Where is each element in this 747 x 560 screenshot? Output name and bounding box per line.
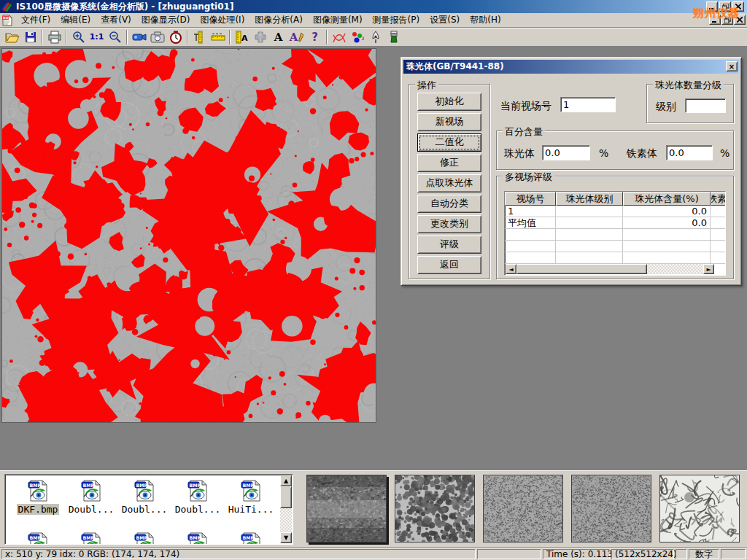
menu-item[interactable]: 编辑(E)	[55, 12, 96, 28]
ferrite-input[interactable]: 0.0	[666, 145, 713, 160]
menu-item[interactable]: 图像测量(M)	[308, 12, 368, 28]
dialog-close-button[interactable]: ×	[726, 61, 738, 71]
point-pick-button[interactable]	[366, 28, 384, 46]
menu-item[interactable]: 图像处理(I)	[195, 12, 249, 28]
file-name: Doubl...	[120, 504, 169, 515]
op-button[interactable]: 返回	[417, 256, 481, 274]
curve-analysis-button[interactable]	[330, 28, 348, 46]
table-horizontal-scrollbar[interactable]: ◄ ►	[506, 264, 714, 274]
table-cell	[711, 229, 726, 240]
sample-thumbnail[interactable]	[306, 475, 387, 542]
menu-item[interactable]: 图像显示(D)	[136, 12, 196, 28]
document-system-icon[interactable]: DOC	[1, 15, 13, 26]
table-header-cell[interactable]: 铁素体含量(%)	[711, 192, 726, 206]
capture-camera-button[interactable]	[148, 28, 166, 46]
table-header-cell[interactable]: 视场号	[505, 192, 556, 206]
file-item[interactable]: BMP	[225, 532, 276, 545]
bmp-file-icon: BMP	[133, 532, 156, 545]
svg-text:3: 3	[361, 36, 364, 41]
svg-text:BMP: BMP	[190, 535, 201, 540]
file-scrollbar-thumb[interactable]	[280, 486, 292, 508]
particle-classify-button[interactable]: 3	[348, 28, 366, 46]
table-cell	[556, 206, 623, 217]
menu-item[interactable]: 测量报告(P)	[368, 12, 425, 28]
grade-level-input[interactable]	[685, 98, 726, 113]
file-scrollbar[interactable]: ▲ ▼	[280, 475, 292, 543]
file-name: Doubl...	[174, 504, 222, 515]
open-file-button[interactable]	[3, 28, 21, 46]
grade-level-label: 级别	[656, 101, 676, 114]
op-button[interactable]: 点取珠光体	[417, 174, 481, 192]
file-item[interactable]: BMP	[66, 532, 117, 545]
current-field-input[interactable]: 1	[560, 97, 616, 112]
toolbar-separator	[66, 30, 67, 44]
file-item[interactable]: BMP Doubl...	[172, 479, 223, 515]
sample-thumbnail[interactable]	[571, 475, 651, 542]
file-item[interactable]: BMP	[12, 532, 63, 545]
sample-thumbnail[interactable]	[483, 475, 563, 542]
brush-fill-button[interactable]	[384, 28, 403, 46]
styled-text-glyph: A	[290, 31, 298, 44]
svg-text:BMP: BMP	[136, 535, 148, 540]
table-row[interactable]: 平均值0.0	[505, 217, 725, 229]
file-item[interactable]: BMP	[119, 532, 170, 545]
table-cell	[711, 206, 726, 217]
pearlite-input[interactable]: 0.0	[542, 145, 590, 160]
menu-item[interactable]: 帮助(H)	[465, 12, 506, 28]
toolbar-separator	[187, 30, 188, 44]
scroll-left-icon[interactable]: ◄	[506, 264, 516, 274]
op-button[interactable]: 修正	[417, 154, 481, 172]
measure-annotate-button[interactable]: A	[233, 28, 251, 46]
file-item[interactable]: BMP Doubl...	[119, 479, 170, 515]
table-cell	[556, 241, 623, 252]
help-button[interactable]: ?	[306, 28, 324, 46]
op-button[interactable]: 二值化	[417, 133, 481, 152]
menu-item[interactable]: 文件(F)	[16, 12, 55, 28]
file-item[interactable]: BMP	[172, 532, 223, 545]
scroll-right-icon[interactable]: ►	[703, 264, 714, 274]
sample-thumbnail[interactable]	[395, 475, 475, 542]
scroll-down-icon[interactable]: ▼	[280, 532, 292, 543]
grid-overlay-button[interactable]	[251, 28, 269, 46]
table-row[interactable]: 10.0	[505, 206, 725, 217]
op-button[interactable]: 新视场	[417, 113, 481, 131]
file-item[interactable]: BMP HuiTi...	[225, 479, 276, 515]
toolbar-separator	[126, 30, 128, 44]
ferrite-label: 铁素体	[627, 147, 657, 160]
table-header-cell[interactable]: 珠光体含量(%)	[623, 192, 711, 206]
text-tool-button[interactable]: A	[269, 28, 287, 46]
pencil-icon	[298, 32, 303, 42]
table-header-cell[interactable]: 珠光体级别	[556, 192, 623, 206]
menu-item[interactable]: 设置(S)	[425, 12, 465, 28]
caliper-measure-button[interactable]	[190, 28, 209, 46]
op-button[interactable]: 初始化	[417, 93, 481, 111]
save-button[interactable]	[21, 28, 39, 46]
file-item[interactable]: BMP Doubl...	[66, 479, 117, 515]
svg-text:BMP: BMP	[243, 535, 255, 540]
table-cell	[505, 241, 556, 252]
menu-item[interactable]: 查看(V)	[96, 12, 136, 28]
op-button[interactable]: 评级	[417, 236, 481, 254]
zoom-out-button[interactable]	[106, 28, 124, 46]
file-item[interactable]: BMP DKF.bmp	[12, 479, 63, 515]
micrograph-image[interactable]	[1, 48, 376, 423]
scroll-up-icon[interactable]: ▲	[280, 475, 292, 486]
table-row	[505, 229, 725, 241]
menu-item[interactable]: 图像分析(A)	[249, 12, 308, 28]
print-button[interactable]	[45, 28, 63, 46]
op-button[interactable]: 更改类别	[417, 215, 481, 233]
scrollbar-thumb[interactable]	[516, 264, 647, 274]
ruler-measure-button[interactable]	[209, 28, 227, 46]
sample-thumbnail[interactable]	[659, 475, 740, 542]
dialog-title-bar[interactable]: 珠光体(GB/T9441-88) ×	[403, 60, 739, 74]
timer-clock-button[interactable]	[166, 28, 185, 46]
mode-status: 数字	[689, 549, 719, 559]
zoom-in-button[interactable]	[69, 28, 88, 46]
status-spacer	[477, 549, 541, 559]
video-camera-button[interactable]	[130, 28, 148, 46]
actual-size-button[interactable]: 1:1	[88, 28, 106, 46]
grade-group: 珠光体数量分级 级别	[646, 84, 734, 123]
styled-text-button[interactable]: A	[287, 28, 306, 46]
cursor-position-status: x: 510 y: 79 idx: 0 RGB: (174, 174, 174)	[1, 549, 476, 559]
op-button[interactable]: 自动分类	[417, 195, 481, 213]
